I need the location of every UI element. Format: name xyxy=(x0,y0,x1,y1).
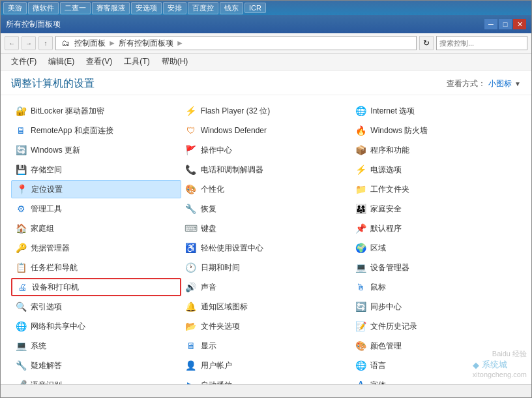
address-path[interactable]: 🗂 控制面板 ► 所有控制面板项 ► xyxy=(55,36,417,50)
item-device-mgr-label: 设备管理器 xyxy=(370,262,409,273)
forward-button[interactable]: → xyxy=(22,36,36,50)
taskbar-item-5[interactable]: 安选项 xyxy=(131,2,162,14)
item-power[interactable]: ⚡ 电源选项 xyxy=(351,161,521,179)
search-input[interactable] xyxy=(439,39,529,47)
taskbar-item-7[interactable]: 百度控 xyxy=(188,2,218,14)
item-phone-modem-label: 电话和调制解调器 xyxy=(201,164,263,176)
maximize-button[interactable]: □ xyxy=(499,19,512,29)
item-flash[interactable]: ⚡ Flash Player (32 位) xyxy=(181,102,351,120)
window-title: 所有控制面板项 xyxy=(6,19,61,30)
taskbar-item-1[interactable]: 美游 xyxy=(3,2,27,14)
item-credential-mgr[interactable]: 🔑 凭据管理器 xyxy=(11,239,181,257)
item-internet-options[interactable]: 🌐 Internet 选项 xyxy=(351,102,521,120)
item-region[interactable]: 🌍 区域 xyxy=(351,239,521,257)
item-mouse[interactable]: 🖱 鼠标 xyxy=(351,278,521,296)
refresh-button[interactable]: ↻ xyxy=(419,36,434,50)
item-programs-label: 程序和功能 xyxy=(370,145,409,156)
item-family-safety[interactable]: 👨‍👩‍👧 家庭安全 xyxy=(351,200,521,218)
taskbar-item-2[interactable]: 微软件 xyxy=(28,2,59,14)
item-datetime[interactable]: 🕐 日期和时间 xyxy=(181,258,351,277)
item-ease-access[interactable]: ♿ 轻松使用设置中心 xyxy=(181,239,351,257)
location-icon: 📍 xyxy=(16,183,27,195)
folder-icon: 🗂 xyxy=(60,37,72,49)
item-action-center[interactable]: 🚩 操作中心 xyxy=(181,141,351,159)
item-admin-tools-label: 管理工具 xyxy=(31,204,62,215)
item-notif-area[interactable]: 🔔 通知区域图标 xyxy=(181,298,351,316)
item-remoteapp[interactable]: 🖥 RemoteApp 和桌面连接 xyxy=(11,121,181,140)
up-button[interactable]: ↑ xyxy=(38,36,53,50)
back-button[interactable]: ← xyxy=(5,36,19,50)
item-autoplay[interactable]: ▶ 自动播放 xyxy=(181,376,351,384)
item-language[interactable]: 🌐 语言 xyxy=(351,356,521,375)
item-location[interactable]: 📍 定位设置 xyxy=(11,180,181,198)
item-network-sharing[interactable]: 🌐 网络和共享中心 xyxy=(11,317,181,335)
item-folder-options[interactable]: 📂 文件夹选项 xyxy=(181,317,351,335)
item-work-folder[interactable]: 📁 工作文件夹 xyxy=(351,180,521,198)
item-sound[interactable]: 🔊 声音 xyxy=(181,278,351,296)
menu-file[interactable]: 文件(F) xyxy=(6,55,42,69)
item-firewall[interactable]: 🔥 Windows 防火墙 xyxy=(351,121,521,140)
item-recovery[interactable]: 🔧 恢复 xyxy=(181,200,351,218)
item-credential-mgr-label: 凭据管理器 xyxy=(31,243,70,254)
menu-edit[interactable]: 编辑(E) xyxy=(43,55,80,69)
taskbar-item-6[interactable]: 安排 xyxy=(163,2,186,14)
close-button[interactable]: ✕ xyxy=(513,19,526,29)
speech-icon: 🎤 xyxy=(15,379,27,384)
item-display[interactable]: 🖥 显示 xyxy=(181,337,351,355)
item-user-accounts[interactable]: 👤 用户帐户 xyxy=(181,356,351,375)
credential-mgr-icon: 🔑 xyxy=(15,242,27,254)
device-mgr-icon: 💻 xyxy=(355,262,366,273)
view-label: 查看方式： xyxy=(447,78,486,89)
menu-view[interactable]: 查看(V) xyxy=(81,55,117,69)
item-speech[interactable]: 🎤 语音识别 xyxy=(11,376,181,384)
item-taskbar-nav[interactable]: 📋 任务栏和导航 xyxy=(11,258,181,277)
menu-help[interactable]: 帮助(H) xyxy=(156,55,194,69)
taskbar-item-4[interactable]: 赛客服液 xyxy=(92,2,130,14)
admin-tools-icon: ⚙ xyxy=(15,203,27,215)
taskbar-item-9[interactable]: ICR xyxy=(244,3,266,13)
minimize-button[interactable]: ─ xyxy=(484,19,497,29)
item-recovery-label: 恢复 xyxy=(201,204,216,215)
mouse-icon: 🖱 xyxy=(355,281,366,293)
menu-bar: 文件(F) 编辑(E) 查看(V) 工具(T) 帮助(H) xyxy=(1,54,531,70)
item-update[interactable]: 🔄 Windows 更新 xyxy=(11,141,181,159)
item-index-options[interactable]: 🔍 索引选项 xyxy=(11,298,181,316)
homegroup-icon: 🏠 xyxy=(15,222,27,234)
item-storage[interactable]: 💾 存储空间 xyxy=(11,161,181,179)
item-admin-tools[interactable]: ⚙ 管理工具 xyxy=(11,200,181,218)
taskbar-item-8[interactable]: 钱东 xyxy=(220,2,243,14)
item-bitlocker-label: BitLocker 驱动器加密 xyxy=(31,106,104,117)
datetime-icon: 🕐 xyxy=(185,262,197,273)
view-dropdown-arrow[interactable]: ▼ xyxy=(514,80,521,87)
menu-tools[interactable]: 工具(T) xyxy=(119,55,155,69)
item-programs[interactable]: 📦 程序和功能 xyxy=(351,141,521,159)
troubleshoot-icon: 🔧 xyxy=(15,360,27,371)
color-mgmt-icon: 🎨 xyxy=(355,340,366,352)
storage-icon: 💾 xyxy=(15,164,27,176)
taskbar-item-3[interactable]: 二查一 xyxy=(60,2,91,14)
flash-icon: ⚡ xyxy=(185,105,197,117)
item-personalize[interactable]: 🎨 个性化 xyxy=(181,180,351,198)
item-devices-printers[interactable]: 🖨 设备和打印机 xyxy=(11,278,181,296)
path-part-2: 所有控制面板项 xyxy=(119,38,173,49)
item-device-mgr[interactable]: 💻 设备管理器 xyxy=(351,258,521,277)
item-troubleshoot[interactable]: 🔧 疑难解答 xyxy=(11,356,181,375)
item-default-programs[interactable]: 📌 默认程序 xyxy=(351,219,521,237)
item-phone-modem[interactable]: 📞 电话和调制解调器 xyxy=(181,161,351,179)
item-index-options-label: 索引选项 xyxy=(31,301,62,313)
item-sync-center[interactable]: 🔄 同步中心 xyxy=(351,298,521,316)
item-defender[interactable]: 🛡 Windows Defender xyxy=(181,121,351,140)
item-power-label: 电源选项 xyxy=(370,164,402,176)
search-box[interactable]: 🔍 xyxy=(436,36,527,50)
item-file-history[interactable]: 📝 文件历史记录 xyxy=(351,317,521,335)
item-keyboard[interactable]: ⌨ 键盘 xyxy=(181,219,351,237)
item-homegroup[interactable]: 🏠 家庭组 xyxy=(11,219,181,237)
item-fonts[interactable]: A 字体 xyxy=(351,376,521,384)
view-mode-link[interactable]: 小图标 xyxy=(488,78,512,89)
content-area: 调整计算机的设置 查看方式： 小图标 ▼ 🔐 BitLocker 驱动器加密 ⚡… xyxy=(1,70,531,384)
item-bitlocker[interactable]: 🔐 BitLocker 驱动器加密 xyxy=(11,102,181,120)
action-center-icon: 🚩 xyxy=(185,144,197,156)
programs-icon: 📦 xyxy=(355,144,366,156)
item-color-mgmt[interactable]: 🎨 颜色管理 xyxy=(351,337,521,355)
item-system[interactable]: 💻 系统 xyxy=(11,337,181,355)
